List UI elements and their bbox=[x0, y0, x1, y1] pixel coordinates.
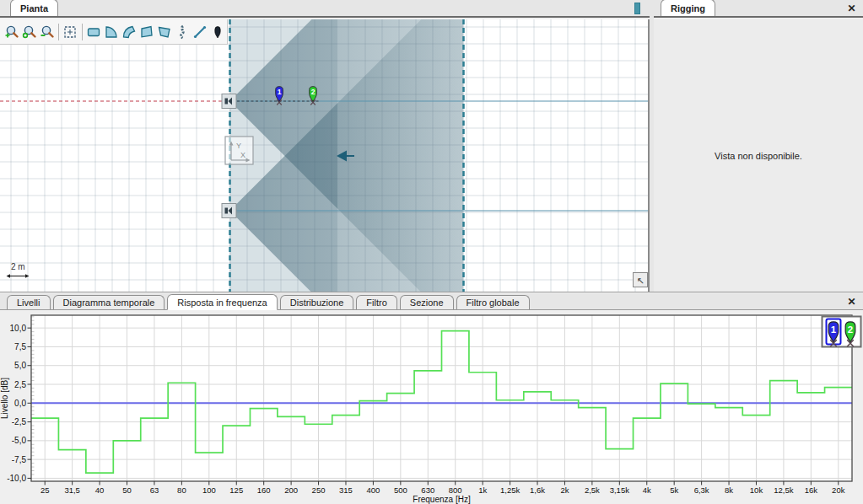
svg-text:8k: 8k bbox=[725, 485, 733, 495]
svg-text:800: 800 bbox=[449, 485, 462, 495]
shape-quarter-circle-icon bbox=[104, 24, 119, 40]
svg-text:500: 500 bbox=[394, 485, 407, 495]
svg-text:-10,0: -10,0 bbox=[7, 474, 26, 483]
tab-risposta-in-frequenza[interactable]: Risposta in frequenza bbox=[167, 294, 277, 310]
fit-view-button[interactable] bbox=[62, 22, 79, 42]
chart-legend: 1 2 bbox=[823, 317, 861, 347]
svg-text:630: 630 bbox=[421, 485, 434, 495]
plan-canvas-container: Y X 1 2 2 m ↖ bbox=[0, 19, 650, 292]
tab-filtro[interactable]: Filtro bbox=[356, 295, 396, 309]
zoom-previous-button[interactable] bbox=[20, 22, 38, 42]
tab-diagramma-temporale[interactable]: Diagramma temporale bbox=[53, 295, 165, 309]
svg-text:2: 2 bbox=[848, 324, 853, 335]
frequency-response-plot[interactable]: 10,07,55,02,50,0-2,5-5,0-7,5-10,02531,54… bbox=[0, 310, 863, 504]
plan-splitter-grip[interactable] bbox=[634, 3, 640, 14]
svg-text:2k: 2k bbox=[560, 485, 569, 495]
shape-rectangle-icon bbox=[86, 24, 101, 40]
svg-text:1k: 1k bbox=[478, 485, 487, 495]
plan-canvas[interactable]: Y X 1 2 2 m ↖ bbox=[0, 19, 648, 292]
tab-filtro-globale[interactable]: Filtro globale bbox=[456, 295, 530, 309]
svg-text:10k: 10k bbox=[750, 485, 763, 495]
y-axis-title: Livello [dB] bbox=[0, 378, 9, 419]
svg-text:6,3k: 6,3k bbox=[694, 485, 709, 495]
rigging-tab-row: Rigging ✕ bbox=[654, 0, 863, 18]
measure-line-icon bbox=[192, 24, 208, 40]
plan-toolbar bbox=[0, 19, 228, 45]
y-major-ticks bbox=[28, 328, 32, 478]
y-axis-label: Y bbox=[236, 142, 241, 150]
plan-tab-row: Pianta bbox=[0, 0, 650, 18]
speaker-source-2[interactable] bbox=[222, 204, 236, 218]
svg-text:200: 200 bbox=[284, 485, 298, 495]
bottom-panel-close-icon[interactable]: ✕ bbox=[845, 296, 858, 308]
view-unavailable-message: Vista non disponibile. bbox=[715, 151, 802, 161]
zoom-out-button[interactable] bbox=[38, 22, 56, 42]
tab-distribuzione[interactable]: Distribuzione bbox=[280, 295, 354, 309]
svg-text:5,0: 5,0 bbox=[14, 361, 26, 370]
svg-text:160: 160 bbox=[257, 485, 271, 495]
reset-view-button[interactable]: ↖ bbox=[634, 273, 648, 287]
top-region: Pianta bbox=[0, 0, 863, 292]
zoom-in-icon bbox=[4, 24, 19, 40]
app-window: Pianta bbox=[0, 0, 863, 504]
measuring-tape-icon bbox=[175, 24, 190, 40]
svg-text:1,25k: 1,25k bbox=[500, 485, 520, 495]
svg-text:80: 80 bbox=[177, 485, 186, 495]
bottom-tab-row: LivelliDiagramma temporaleRisposta in fr… bbox=[0, 293, 863, 310]
shape-trapezoid-icon bbox=[139, 24, 154, 40]
svg-text:25: 25 bbox=[40, 485, 50, 495]
svg-text:2 m: 2 m bbox=[11, 262, 25, 271]
shape-rectangle-button[interactable] bbox=[85, 22, 103, 42]
toolbar-separator bbox=[82, 24, 83, 40]
plan-panel: Pianta bbox=[0, 0, 650, 292]
svg-text:20k: 20k bbox=[832, 485, 845, 495]
fit-view-icon bbox=[62, 24, 78, 40]
shape-quarter-circle-button[interactable] bbox=[103, 22, 121, 42]
svg-text:10,0: 10,0 bbox=[10, 324, 27, 333]
svg-text:50: 50 bbox=[122, 485, 132, 495]
tab-pianta[interactable]: Pianta bbox=[10, 0, 58, 16]
svg-text:63: 63 bbox=[150, 485, 159, 495]
svg-text:-7,5: -7,5 bbox=[12, 455, 27, 464]
x-axis-label: X bbox=[240, 151, 245, 159]
svg-text:16k: 16k bbox=[805, 485, 818, 495]
rigging-body: Vista non disponibile. bbox=[654, 19, 863, 292]
measuring-tape-button[interactable] bbox=[174, 22, 191, 42]
svg-text:7,5: 7,5 bbox=[14, 342, 26, 351]
svg-text:250: 250 bbox=[312, 485, 326, 495]
svg-text:125: 125 bbox=[229, 485, 243, 495]
tab-rigging[interactable]: Rigging bbox=[661, 0, 715, 16]
shape-trapezoid-button[interactable] bbox=[138, 22, 156, 42]
svg-text:31,5: 31,5 bbox=[64, 485, 80, 495]
svg-text:1: 1 bbox=[831, 324, 837, 335]
toolbar-separator bbox=[58, 24, 59, 40]
svg-text:3,15k: 3,15k bbox=[610, 485, 629, 495]
svg-text:2,5k: 2,5k bbox=[585, 485, 600, 495]
svg-text:1: 1 bbox=[278, 88, 282, 96]
shape-fan-icon bbox=[121, 24, 137, 40]
shape-polygon-icon bbox=[157, 24, 172, 40]
origin-axis-indicator: Y X bbox=[225, 137, 253, 164]
zoom-in-button[interactable] bbox=[3, 22, 20, 42]
speaker-source-1[interactable] bbox=[222, 94, 236, 109]
svg-text:-5,0: -5,0 bbox=[12, 436, 27, 445]
tab-sezione[interactable]: Sezione bbox=[400, 295, 454, 309]
rigging-close-icon[interactable]: ✕ bbox=[845, 3, 858, 15]
x-axis-title: Frequenza [Hz] bbox=[413, 495, 471, 504]
bottom-panel: LivelliDiagramma temporaleRisposta in fr… bbox=[0, 292, 863, 504]
svg-text:-2,5: -2,5 bbox=[12, 417, 27, 426]
tab-livelli[interactable]: Livelli bbox=[7, 295, 51, 309]
zoom-out-icon bbox=[40, 24, 55, 40]
measure-line-button[interactable] bbox=[191, 22, 209, 42]
speaker-pin-button[interactable] bbox=[209, 22, 227, 42]
svg-text:315: 315 bbox=[339, 485, 353, 495]
svg-text:1,6k: 1,6k bbox=[530, 485, 545, 495]
shape-polygon-button[interactable] bbox=[156, 22, 174, 42]
svg-text:5k: 5k bbox=[670, 485, 678, 495]
svg-text:2: 2 bbox=[311, 88, 316, 96]
svg-text:12,5k: 12,5k bbox=[774, 485, 793, 495]
svg-text:0,0: 0,0 bbox=[14, 399, 26, 408]
svg-text:4k: 4k bbox=[643, 485, 651, 495]
zoom-previous-icon bbox=[22, 24, 37, 40]
shape-fan-button[interactable] bbox=[121, 22, 138, 42]
